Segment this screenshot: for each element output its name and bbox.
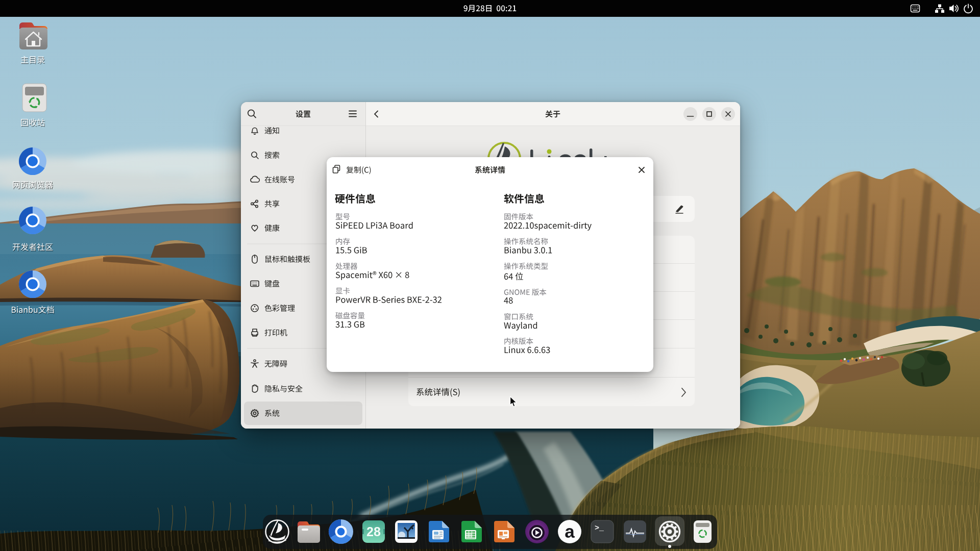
svg-text:>_: >_ — [595, 524, 604, 533]
svg-text:28: 28 — [366, 524, 381, 539]
svg-text:a: a — [565, 521, 575, 541]
